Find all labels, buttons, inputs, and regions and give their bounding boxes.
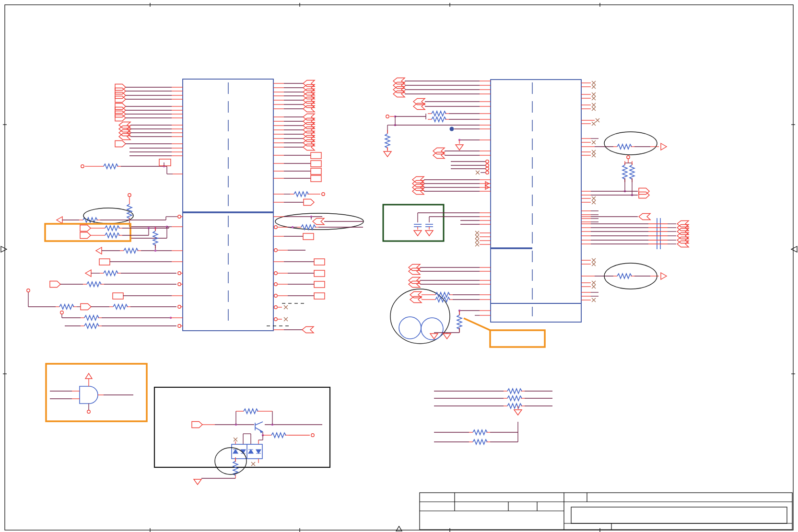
net-dot	[450, 127, 454, 131]
schematic-page	[0, 0, 798, 532]
junction-dot	[292, 226, 294, 229]
junction-dot	[154, 250, 157, 252]
right-ic-block	[491, 80, 581, 322]
sheet-background	[0, 0, 798, 532]
schematic-sheet	[0, 0, 798, 532]
